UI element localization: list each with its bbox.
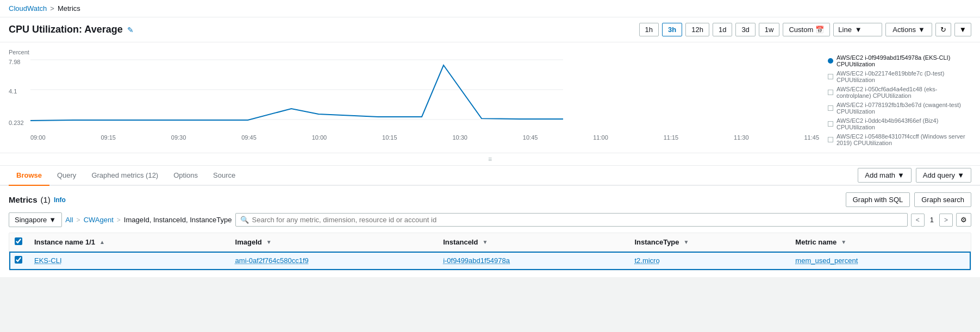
chart-legend: AWS/EC2 i-0f9499abd1f54978a (EKS-CLI) CP…	[819, 49, 971, 146]
sort-instanceid-icon[interactable]: ▼	[482, 239, 488, 245]
legend-item-2: AWS/EC2 i-050cf6ad4a4ed1c48 (eks-control…	[828, 86, 971, 99]
sort-instancetype-icon[interactable]: ▼	[684, 239, 689, 245]
table: Instance name 1/1 ▲ ImageId ▼ InstanceId	[9, 233, 971, 270]
line-select[interactable]: Line ▼	[833, 23, 882, 36]
breadcrumb-metrics: Metrics	[58, 4, 80, 12]
legend-text-1: AWS/EC2 i-0b22174e819bbfe7c (D-test) CPU…	[837, 70, 971, 83]
legend-checkbox-5	[828, 137, 833, 142]
row-checkbox[interactable]	[15, 256, 22, 264]
metric-search-wrap: 🔍	[235, 213, 908, 227]
time-btn-1w[interactable]: 1w	[759, 23, 780, 36]
th-checkbox	[9, 233, 29, 252]
legend-item-4: AWS/EC2 i-0ddc4b4b9643f66ef (Biz4) CPUUt…	[828, 117, 971, 130]
time-btn-1d[interactable]: 1d	[713, 23, 732, 36]
time-btn-3h[interactable]: 3h	[662, 23, 682, 36]
tabs-bar: Browse Query Graphed metrics (12) Option…	[0, 166, 980, 186]
legend-text-2: AWS/EC2 i-050cf6ad4a4ed1c48 (eks-control…	[837, 86, 971, 99]
legend-checkbox-1	[828, 74, 833, 79]
row-instance-name: EKS-CLI	[29, 252, 230, 270]
tab-source[interactable]: Source	[205, 166, 243, 186]
legend-item-3: AWS/EC2 i-0778192fb1fb3e67d (cwagent-tes…	[828, 102, 971, 115]
legend-text-5: AWS/EC2 i-05488e43107f4ccff (Windows ser…	[837, 133, 971, 146]
chevron-down-icon: ▼	[959, 26, 966, 34]
add-query-chevron-icon: ▼	[957, 171, 964, 179]
x-label-1015: 10:15	[382, 134, 397, 141]
actions-button[interactable]: Actions ▼	[885, 23, 932, 36]
metrics-count: (1)	[41, 195, 51, 204]
page-title: CPU Utilization: Average	[9, 24, 123, 35]
tabs-right: Add math ▼ Add query ▼	[858, 168, 971, 183]
y-value-high: 7.98	[9, 59, 20, 65]
next-page-button[interactable]: >	[939, 214, 953, 227]
metrics-title-group: Metrics (1) Info	[9, 195, 66, 204]
breadcrumb-sep1: >	[50, 4, 54, 12]
edit-icon[interactable]: ✎	[127, 26, 134, 34]
time-btn-1h[interactable]: 1h	[639, 23, 659, 36]
sort-imageid-icon[interactable]: ▼	[266, 239, 272, 245]
imageid-link[interactable]: ami-0af2f764c580cc1f9	[235, 256, 309, 265]
y-value-mid: 4.1	[9, 88, 17, 95]
th-instancetype-label: InstanceType	[634, 238, 679, 246]
add-math-chevron-icon: ▼	[897, 171, 904, 179]
instanceid-link[interactable]: i-0f9499abd1f54978a	[443, 256, 510, 265]
breadcrumb-cloudwatch[interactable]: CloudWatch	[9, 4, 47, 12]
add-math-button[interactable]: Add math ▼	[858, 168, 912, 183]
metrics-actions: Graph with SQL Graph search	[846, 192, 971, 207]
time-btn-3d[interactable]: 3d	[735, 23, 755, 36]
th-instanceid: InstanceId ▼	[438, 233, 629, 252]
metric-search-input[interactable]	[252, 216, 903, 224]
more-options-button[interactable]: ▼	[954, 23, 971, 36]
metric-name-link[interactable]: mem_used_percent	[795, 256, 858, 265]
chart-svg: 09:00 09:15 09:30 09:45 10:00 10:15 10:3…	[30, 49, 819, 141]
tab-graphed-metrics[interactable]: Graphed metrics (12)	[84, 166, 166, 186]
legend-checkbox-4	[828, 121, 833, 127]
filter-all[interactable]: All	[65, 216, 73, 224]
tab-browse[interactable]: Browse	[9, 166, 49, 186]
filter-namespace[interactable]: CWAgent	[84, 216, 114, 224]
region-button[interactable]: Singapore ▼	[9, 212, 62, 227]
resize-divider[interactable]: ≡	[0, 153, 980, 166]
chevron-down-icon: ▼	[855, 26, 862, 34]
x-label-0945: 09:45	[241, 134, 257, 141]
add-math-label: Add math	[865, 171, 895, 179]
row-metric-name: mem_used_percent	[790, 252, 971, 270]
legend-checkbox-2	[828, 90, 833, 95]
filter-sep-1: >	[77, 216, 80, 224]
title-right: 1h 3h 12h 1d 3d 1w Custom 📅 Line ▼ Actio…	[639, 23, 971, 36]
refresh-button[interactable]: ↻	[935, 23, 951, 36]
custom-button[interactable]: Custom 📅	[783, 23, 830, 36]
title-bar: CPU Utilization: Average ✎ 1h 3h 12h 1d …	[0, 17, 980, 42]
refresh-icon: ↻	[940, 26, 946, 34]
row-instanceid: i-0f9499abd1f54978a	[438, 252, 629, 270]
tabs-left: Browse Query Graphed metrics (12) Option…	[9, 166, 243, 185]
row-instancetype: t2.micro	[629, 252, 790, 270]
legend-text-4: AWS/EC2 i-0ddc4b4b9643f66ef (Biz4) CPUUt…	[837, 117, 971, 130]
x-label-0900: 09:00	[30, 134, 46, 141]
instancetype-link[interactable]: t2.micro	[634, 256, 659, 265]
select-all-checkbox[interactable]	[15, 237, 22, 245]
x-label-0915: 09:15	[101, 134, 116, 141]
tab-query[interactable]: Query	[49, 166, 84, 186]
title-left: CPU Utilization: Average ✎	[9, 24, 134, 35]
x-label-1030: 10:30	[452, 134, 467, 141]
table-header: Instance name 1/1 ▲ ImageId ▼ InstanceId	[9, 233, 971, 252]
x-label-1115: 11:15	[664, 134, 679, 141]
calendar-icon: 📅	[815, 26, 824, 34]
info-badge[interactable]: Info	[54, 196, 66, 204]
sort-instance-name-icon[interactable]: ▲	[99, 239, 105, 245]
add-query-button[interactable]: Add query ▼	[916, 168, 971, 183]
graph-search-button[interactable]: Graph search	[914, 192, 971, 207]
time-btn-12h[interactable]: 12h	[685, 23, 709, 36]
th-imageid: ImageId ▼	[230, 233, 438, 252]
prev-page-button[interactable]: <	[911, 214, 925, 227]
tab-options[interactable]: Options	[166, 166, 205, 186]
chart-area: Percent 7.98 4.1 0.232 09:00 09:15 09:30	[0, 42, 980, 153]
th-instanceid-label: InstanceId	[443, 238, 478, 246]
graph-with-sql-button[interactable]: Graph with SQL	[846, 192, 910, 207]
filter-row: Singapore ▼ All > CWAgent > ImageId, Ins…	[9, 212, 971, 227]
metrics-title-label: Metrics	[9, 195, 38, 204]
instance-name-link[interactable]: EKS-CLI	[34, 256, 62, 265]
chart-main: Percent 7.98 4.1 0.232 09:00 09:15 09:30	[9, 49, 819, 146]
sort-metric-name-icon[interactable]: ▼	[841, 239, 846, 245]
table-settings-button[interactable]: ⚙	[956, 213, 971, 227]
